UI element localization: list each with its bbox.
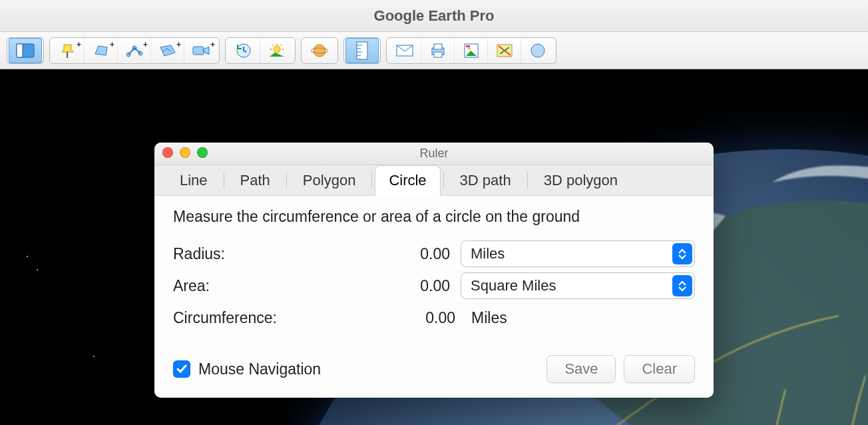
radius-unit-value: Miles (471, 245, 505, 262)
tab-path[interactable]: Path (227, 165, 284, 195)
ruler-tabs: Line Path Polygon Circle 3D path 3D poly… (154, 165, 714, 196)
chevron-updown-icon (672, 243, 692, 264)
mouse-navigation-label: Mouse Navigation (198, 360, 321, 378)
row-area: Area: 0.00 Square Miles (173, 270, 695, 302)
email-icon (395, 44, 414, 57)
record-tour-button[interactable]: + (184, 38, 218, 63)
tab-circle[interactable]: Circle (375, 165, 440, 196)
plus-badge: + (176, 40, 181, 49)
check-icon (176, 364, 187, 374)
ruler-icon (356, 41, 368, 60)
globe-flat-icon (530, 43, 546, 59)
close-window-button[interactable] (162, 147, 173, 158)
map-viewport[interactable]: Ruler Line Path Polygon Circle 3D path 3… (0, 69, 868, 425)
svg-point-8 (274, 46, 280, 53)
view-in-maps-button[interactable] (488, 38, 521, 63)
clock-icon (235, 42, 252, 59)
svg-rect-16 (357, 42, 367, 59)
save-image-icon (463, 43, 479, 59)
circumference-value: 0.00 (333, 309, 459, 327)
svg-rect-1 (17, 44, 23, 57)
tab-3d-path[interactable]: 3D path (447, 165, 525, 195)
circumference-unit: Miles (466, 309, 507, 327)
plus-badge: + (143, 40, 148, 49)
minimize-window-button[interactable] (180, 147, 190, 158)
add-image-overlay-button[interactable]: + (151, 38, 184, 63)
zoom-window-button[interactable] (197, 147, 208, 158)
sun-icon (268, 43, 286, 58)
image-overlay-icon (158, 43, 177, 58)
sidebar-toggle-button[interactable] (9, 38, 42, 63)
tab-label: Polygon (303, 172, 356, 189)
circumference-label: Circumference: (173, 309, 326, 327)
add-polygon-button[interactable]: + (85, 38, 118, 63)
save-image-button[interactable] (455, 38, 488, 63)
print-button[interactable] (421, 38, 455, 63)
tab-3d-polygon[interactable]: 3D polygon (531, 165, 631, 195)
add-path-button[interactable]: + (118, 38, 151, 63)
sign-in-button[interactable] (521, 38, 554, 63)
ruler-panel-footer: Mouse Navigation Save Clear (154, 348, 714, 398)
planets-button[interactable] (303, 38, 336, 63)
plus-badge: + (110, 40, 114, 49)
tab-line[interactable]: Line (166, 165, 221, 195)
save-button[interactable]: Save (546, 355, 616, 383)
svg-rect-27 (466, 45, 470, 47)
window-titlebar: Google Earth Pro (0, 0, 868, 32)
email-button[interactable] (388, 38, 421, 63)
tab-label: Path (240, 172, 270, 189)
print-icon (429, 43, 447, 59)
ruler-description: Measure the circumference or area of a c… (173, 208, 695, 226)
plus-badge: + (77, 40, 81, 49)
clear-button-label: Clear (642, 360, 677, 378)
sunlight-button[interactable] (260, 38, 294, 63)
path-icon (125, 43, 144, 58)
radius-label: Radius: (173, 245, 324, 263)
svg-line-13 (272, 45, 273, 45)
ruler-panel-body: Measure the circumference or area of a c… (154, 196, 714, 348)
svg-rect-23 (434, 44, 442, 49)
historical-imagery-button[interactable] (227, 38, 260, 63)
add-placemark-button[interactable]: + (51, 38, 85, 63)
save-button-label: Save (564, 360, 598, 378)
ruler-button[interactable] (345, 38, 379, 63)
plus-badge: + (210, 40, 215, 49)
sidebar-icon (16, 43, 35, 58)
ruler-panel: Ruler Line Path Polygon Circle 3D path 3… (154, 143, 714, 398)
app-title: Google Earth Pro (374, 7, 495, 25)
main-toolbar: + + + + + (0, 32, 868, 69)
area-value: 0.00 (330, 277, 454, 295)
clear-button[interactable]: Clear (624, 355, 695, 383)
polygon-icon (93, 43, 110, 58)
svg-line-12 (281, 45, 282, 45)
tab-polygon[interactable]: Polygon (290, 165, 369, 195)
radius-unit-select[interactable]: Miles (461, 240, 695, 267)
tab-label: 3D polygon (544, 172, 618, 189)
tab-label: Circle (389, 172, 426, 189)
planet-icon (311, 42, 328, 59)
ruler-panel-titlebar[interactable]: Ruler (154, 143, 714, 165)
pushpin-icon (59, 42, 77, 59)
tab-label: 3D path (460, 172, 511, 189)
svg-point-29 (531, 44, 544, 57)
svg-rect-24 (434, 52, 442, 57)
area-label: Area: (173, 277, 324, 295)
chevron-updown-icon (672, 275, 692, 296)
window-controls (162, 147, 208, 158)
mouse-navigation-checkbox[interactable] (173, 360, 190, 378)
radius-value: 0.00 (330, 245, 454, 263)
svg-rect-6 (193, 47, 204, 55)
area-unit-select[interactable]: Square Miles (461, 272, 695, 299)
row-radius: Radius: 0.00 Miles (173, 238, 695, 270)
row-circumference: Circumference: 0.00 Miles (173, 302, 695, 334)
area-unit-value: Square Miles (471, 277, 556, 294)
video-camera-icon (192, 44, 210, 57)
svg-point-14 (314, 45, 326, 57)
maps-icon (496, 43, 513, 58)
svg-point-26 (468, 47, 471, 50)
tab-label: Line (180, 172, 208, 189)
ruler-panel-title: Ruler (419, 147, 448, 161)
